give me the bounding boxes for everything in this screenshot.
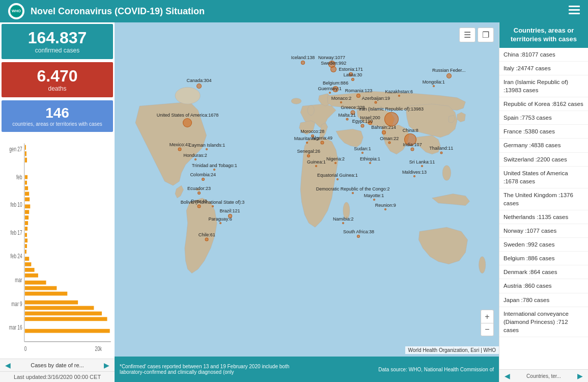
chart-navigation: ◀ Cases by date of re... ▶: [0, 359, 115, 371]
last-updated: Last updated:3/16/2020 00:00 CET: [0, 371, 115, 382]
map-bubble-label: China:8: [403, 128, 418, 133]
chart-prev-button[interactable]: ◀: [3, 361, 13, 369]
map-bubble: [433, 85, 435, 87]
svg-rect-30: [25, 233, 27, 237]
map-bubble: [384, 112, 399, 126]
map-bubble-label: Russian Feder...: [432, 68, 466, 73]
svg-rect-18: [25, 151, 26, 156]
country-cases: :860 cases: [523, 283, 552, 289]
country-cases: :886 cases: [526, 255, 555, 261]
country-list-item[interactable]: Netherlands :1135 cases: [499, 210, 588, 224]
country-list-item[interactable]: Republic of Korea :8162 cases: [499, 97, 588, 111]
map-bubble-label: Egypt:110: [352, 119, 373, 124]
map-bubble: [384, 208, 386, 210]
map-bubble-label: Ecuador:23: [187, 186, 211, 191]
map-bubble-label: Chile:61: [199, 232, 215, 237]
map-bubble: [368, 121, 372, 125]
country-name: Germany: [503, 142, 527, 148]
right-panel-nav-label: Countries, ter...: [512, 373, 575, 379]
svg-rect-21: [25, 181, 27, 185]
svg-rect-26: [25, 210, 29, 214]
country-list-item[interactable]: France :5380 cases: [499, 125, 588, 139]
who-logo: WHO: [8, 3, 24, 19]
map-bubble: [398, 95, 400, 97]
country-list-item[interactable]: China :81077 cases: [499, 48, 588, 62]
map-bubble: [413, 175, 415, 177]
country-list-item[interactable]: Belgium :886 cases: [499, 252, 588, 265]
svg-rect-43: [25, 312, 102, 316]
country-list-item[interactable]: Italy :24747 cases: [499, 62, 588, 75]
map-bubble-label: South Africa:38: [343, 229, 374, 234]
layer-button[interactable]: ❐: [478, 28, 494, 42]
list-view-button[interactable]: ☰: [459, 28, 475, 42]
country-list-item[interactable]: Spain :7753 cases: [499, 111, 588, 125]
svg-rect-3: [569, 9, 580, 11]
map-bubble-label: Algeria:49: [312, 135, 332, 141]
svg-rect-23: [25, 192, 29, 196]
svg-rect-22: [25, 186, 28, 190]
svg-text:mar: mar: [15, 276, 22, 283]
svg-rect-4: [569, 13, 580, 14]
svg-text:mar 9: mar 9: [11, 300, 22, 307]
right-panel-next-button[interactable]: ▶: [575, 372, 585, 380]
map-bubble: [219, 222, 221, 224]
map-bubble: [361, 152, 363, 154]
zoom-in-button[interactable]: +: [481, 310, 494, 323]
svg-rect-38: [25, 281, 46, 285]
country-list-item[interactable]: Austria :860 cases: [499, 279, 588, 293]
country-cases: :864 cases: [529, 269, 557, 275]
map-bubble-label: Maldives:13: [402, 170, 427, 175]
country-cases: :2200 cases: [536, 156, 567, 162]
map-bubble: [351, 78, 354, 81]
country-name: United States of America: [503, 170, 568, 176]
svg-rect-45: [25, 329, 110, 333]
map-bubble: [340, 101, 342, 103]
map-attribution: World Health Organization, Esri | WHO: [405, 346, 499, 354]
map-bubble: [205, 238, 209, 241]
map-bubble: [194, 158, 197, 160]
map-bubble-label: Malta:21: [339, 113, 356, 118]
country-list-item[interactable]: Sweden :992 cases: [499, 238, 588, 252]
map-bubble: [382, 130, 386, 134]
country-name: France: [503, 128, 522, 134]
svg-rect-36: [25, 268, 35, 272]
map-bubble-label: Thailand:11: [429, 146, 453, 151]
country-list-item[interactable]: Norway :1077 cases: [499, 224, 588, 238]
map-bubble: [337, 178, 339, 180]
menu-icon[interactable]: [569, 6, 580, 17]
confirmed-cases-number: 164.837: [6, 29, 109, 47]
chart-next-button[interactable]: ▶: [102, 361, 111, 369]
country-list-item[interactable]: Iran (Islamic Republic of) :13983 cases: [499, 75, 588, 97]
map-area[interactable]: China:8Norway:1077Sweden:992Iceland:138C…: [115, 22, 499, 382]
map-bubble: [206, 148, 208, 150]
map-bubble: [369, 162, 371, 164]
map-bubble-label: Guernsey:1: [318, 86, 342, 91]
country-list-item[interactable]: Switzerland :2200 cases: [499, 153, 588, 167]
countries-list[interactable]: China :81077 casesItaly :24747 casesIran…: [499, 48, 588, 369]
country-cases: :13983 cases: [503, 87, 538, 93]
svg-rect-39: [25, 286, 57, 290]
zoom-out-button[interactable]: −: [481, 323, 494, 336]
map-bubble-label: Monaco:2: [331, 96, 352, 101]
map-bubble: [197, 84, 202, 89]
country-name: Denmark: [503, 269, 527, 275]
country-list-item[interactable]: Germany :4838 cases: [499, 139, 588, 152]
country-list-item[interactable]: The United Kingdom :1376 cases: [499, 188, 588, 210]
country-list-item[interactable]: United States of America :1678 cases: [499, 167, 588, 188]
map-bubble-label: Namibia:2: [333, 216, 354, 222]
country-name: Italy: [503, 65, 514, 71]
country-name: Austria: [503, 283, 522, 289]
map-bubble-label: Reunion:9: [375, 203, 396, 208]
svg-text:feb 17: feb 17: [10, 229, 22, 236]
country-list-item[interactable]: Japan :780 cases: [499, 293, 588, 307]
country-list-item[interactable]: International conveyance (Diamond Prince…: [499, 307, 588, 337]
bottom-info-bar: *Confirmed' cases reported between 13 an…: [115, 357, 499, 382]
map-bubble: [346, 118, 348, 121]
map-bubble-label: Kazakhstan:6: [385, 89, 413, 94]
right-panel-prev-button[interactable]: ◀: [502, 372, 512, 380]
map-bubble-label: Guinea:1: [307, 159, 326, 165]
svg-text:feb 10: feb 10: [10, 201, 22, 208]
left-panel: 164.837 confirmed cases 6.470 deaths 146…: [0, 22, 115, 382]
map-bubble: [351, 111, 355, 115]
country-list-item[interactable]: Denmark :864 cases: [499, 265, 588, 279]
